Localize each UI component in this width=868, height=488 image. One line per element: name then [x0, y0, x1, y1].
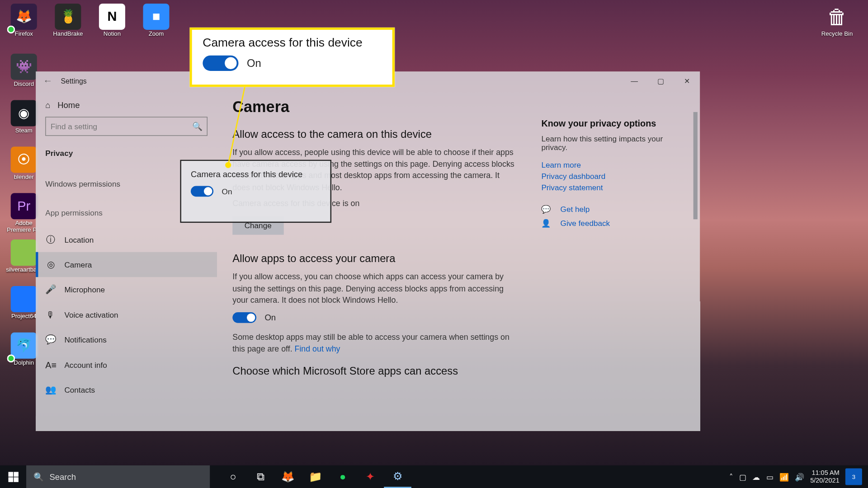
- recycle-bin-icon: 🗑: [824, 4, 850, 30]
- search-input[interactable]: [51, 122, 192, 131]
- main-column: Camera Allow access to the camera on thi…: [232, 98, 517, 431]
- callout-title: Camera access for this device: [203, 36, 382, 49]
- taskbar-firefox[interactable]: 🦊: [274, 465, 302, 488]
- tray-battery-icon[interactable]: ▭: [766, 472, 774, 481]
- minimize-button[interactable]: —: [621, 72, 647, 90]
- flyout-title: Camera access for this device: [191, 169, 321, 179]
- sidebar-item-account[interactable]: A≡Account info: [45, 352, 208, 377]
- voice-icon: 🎙: [45, 310, 56, 319]
- steam-icon: ◉: [11, 100, 37, 127]
- notion-icon: N: [99, 4, 125, 30]
- discord-icon: 👾: [11, 54, 37, 80]
- tray-onedrive-icon[interactable]: ☁: [752, 472, 760, 481]
- taskbar-explorer[interactable]: 📁: [302, 465, 329, 488]
- help-icon: 💬: [541, 205, 552, 214]
- gear-icon: ⚙: [393, 469, 402, 483]
- sidebar-item-location[interactable]: ⓘLocation: [45, 227, 208, 252]
- find-out-why-link[interactable]: Find out why: [295, 344, 340, 353]
- taskbar-spotify[interactable]: ●: [329, 465, 357, 488]
- system-tray[interactable]: ˄ ▢ ☁ ▭ 📶 🔊 11:05 AM5/20/2021 3: [729, 468, 868, 485]
- sidebar-item-voice[interactable]: 🎙Voice activation: [45, 302, 208, 327]
- annotation-callout: Camera access for this device On: [189, 28, 395, 87]
- desktop-icon-notion[interactable]: NNotion: [92, 2, 132, 49]
- link-privacy-statement[interactable]: Privacy statement: [541, 183, 684, 192]
- feedback-icon: 👤: [541, 219, 552, 228]
- folder-icon: 📁: [309, 470, 322, 483]
- section-allow-apps: Allow apps to access your camera: [232, 253, 517, 265]
- zoom-icon: ■: [143, 4, 169, 30]
- dolphin-icon: 🐬: [11, 333, 37, 359]
- search-icon: 🔍: [33, 472, 43, 481]
- notifications-icon: 💬: [45, 334, 56, 345]
- tray-volume-icon[interactable]: 🔊: [795, 472, 804, 481]
- sidebar-home[interactable]: ⌂Home: [45, 97, 208, 117]
- settings-window: ← Settings — ▢ ✕ ⌂Home 🔍 Privacy Windows…: [36, 71, 700, 431]
- toggle-switch-icon: [191, 186, 213, 197]
- blender-icon: ⦿: [11, 146, 37, 173]
- app-icon: ✦: [366, 470, 375, 483]
- search-icon: 🔍: [192, 122, 202, 131]
- location-icon: ⓘ: [45, 234, 56, 245]
- desktop-icon-zoom[interactable]: ■Zoom: [136, 2, 177, 49]
- sidebar-item-notifications[interactable]: 💬Notifications: [45, 327, 208, 352]
- sidebar-item-label: Microphone: [64, 285, 105, 294]
- aside-column: Know your privacy options Learn how this…: [541, 98, 684, 431]
- taskbar-app-red[interactable]: ✦: [357, 465, 384, 488]
- aside-heading: Know your privacy options: [541, 118, 684, 128]
- window-title: Settings: [61, 77, 87, 85]
- taskview-icon: ⧉: [257, 470, 264, 483]
- start-button[interactable]: [0, 465, 26, 488]
- sidebar-item-label: Contacts: [64, 385, 95, 394]
- aside-desc: Learn how this setting impacts your priv…: [541, 134, 684, 152]
- flyout-toggle[interactable]: On: [191, 186, 321, 197]
- camera-icon: ◎: [45, 259, 56, 270]
- windows-icon: [8, 472, 18, 482]
- sidebar-item-microphone[interactable]: 🎤Microphone: [45, 277, 208, 302]
- firefox-icon: 🦊: [11, 4, 37, 30]
- section-allow-device: Allow access to the camera on this devic…: [232, 128, 517, 141]
- project64-icon: [11, 286, 37, 312]
- cortana-icon: ○: [230, 470, 236, 483]
- link-privacy-dashboard[interactable]: Privacy dashboard: [541, 172, 684, 181]
- sidebar: ⌂Home 🔍 Privacy Windows permissions App …: [36, 90, 217, 431]
- link-get-help[interactable]: Get help: [561, 205, 590, 214]
- tray-notifications[interactable]: 3: [845, 468, 862, 485]
- sidebar-item-contacts[interactable]: 👥Contacts: [45, 377, 208, 402]
- taskbar-search[interactable]: 🔍Search: [26, 465, 210, 488]
- taskbar: 🔍Search ○ ⧉ 🦊 📁 ● ✦ ⚙ ˄ ▢ ☁ ▭ 📶 🔊 11:05 …: [0, 465, 868, 488]
- sidebar-item-label: Voice activation: [64, 310, 118, 319]
- toggle-switch-icon: [203, 56, 238, 71]
- home-icon: ⌂: [45, 100, 50, 110]
- tray-meet-icon[interactable]: ▢: [739, 472, 746, 481]
- settings-search[interactable]: 🔍: [45, 117, 208, 136]
- scrollbar[interactable]: [693, 112, 698, 219]
- link-learn-more[interactable]: Learn more: [541, 160, 684, 169]
- spotify-icon: ●: [340, 470, 346, 483]
- link-give-feedback[interactable]: Give feedback: [561, 219, 610, 228]
- contacts-icon: 👥: [45, 385, 56, 395]
- back-button[interactable]: ←: [43, 75, 52, 86]
- taskbar-settings[interactable]: ⚙: [384, 465, 411, 488]
- apps-access-toggle[interactable]: On: [232, 312, 517, 323]
- sidebar-item-label: Camera: [64, 260, 92, 269]
- microphone-icon: 🎤: [45, 284, 56, 295]
- tray-wifi-icon[interactable]: 📶: [779, 472, 789, 481]
- maximize-button[interactable]: ▢: [647, 72, 674, 90]
- flyout-camera-access: Camera access for this device On: [180, 160, 331, 223]
- close-button[interactable]: ✕: [674, 72, 700, 90]
- section-desc-2: If you allow access, you can choose whic…: [232, 271, 517, 306]
- desktop-icon-handbrake[interactable]: 🍍HandBrake: [47, 2, 88, 49]
- page-title: Camera: [232, 98, 517, 116]
- taskbar-cortana[interactable]: ○: [219, 465, 247, 488]
- account-icon: A≡: [45, 360, 56, 370]
- desktop-row-top: 🦊Firefox 🍍HandBrake NNotion ■Zoom: [4, 2, 176, 49]
- handbrake-icon: 🍍: [55, 4, 81, 30]
- tray-clock[interactable]: 11:05 AM5/20/2021: [810, 469, 840, 484]
- taskbar-taskview[interactable]: ⧉: [247, 465, 274, 488]
- sidebar-item-camera[interactable]: ◎Camera: [36, 252, 217, 277]
- sidebar-item-label: Location: [64, 235, 94, 244]
- firefox-icon: 🦊: [281, 470, 294, 483]
- premiere-icon: Pr: [11, 193, 37, 219]
- tray-chevron-up-icon[interactable]: ˄: [729, 472, 733, 481]
- desktop-icon-recycle-bin[interactable]: 🗑Recycle Bin: [817, 2, 858, 49]
